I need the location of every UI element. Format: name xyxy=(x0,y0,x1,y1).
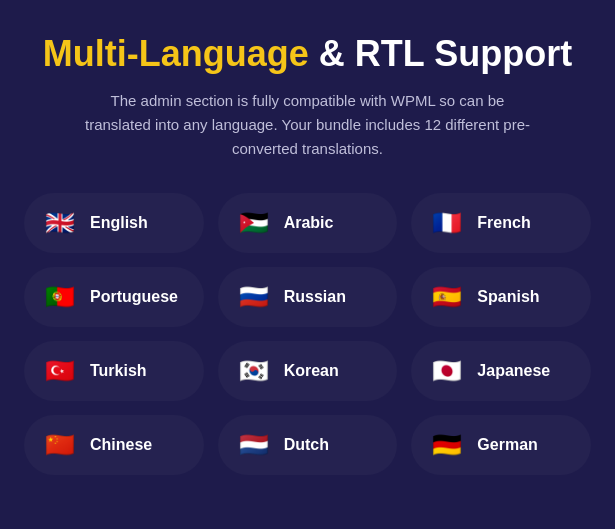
lang-item-pt[interactable]: 🇵🇹Portuguese xyxy=(24,267,204,327)
title-highlight: Multi-Language xyxy=(43,33,309,74)
lang-label-es: Spanish xyxy=(477,288,539,306)
flag-ru: 🇷🇺 xyxy=(236,279,272,315)
title-part2: & RTL Support xyxy=(319,33,572,74)
lang-label-ja: Japanese xyxy=(477,362,550,380)
lang-item-ru[interactable]: 🇷🇺Russian xyxy=(218,267,398,327)
lang-label-ru: Russian xyxy=(284,288,346,306)
lang-label-ko: Korean xyxy=(284,362,339,380)
flag-nl: 🇳🇱 xyxy=(236,427,272,463)
lang-item-ja[interactable]: 🇯🇵Japanese xyxy=(411,341,591,401)
lang-item-ar[interactable]: 🇯🇴Arabic xyxy=(218,193,398,253)
lang-item-nl[interactable]: 🇳🇱Dutch xyxy=(218,415,398,475)
page-title: Multi-Language & RTL Support xyxy=(43,32,572,75)
flag-zh: 🇨🇳 xyxy=(42,427,78,463)
lang-item-fr[interactable]: 🇫🇷French xyxy=(411,193,591,253)
flag-ar: 🇯🇴 xyxy=(236,205,272,241)
lang-label-tr: Turkish xyxy=(90,362,147,380)
flag-es: 🇪🇸 xyxy=(429,279,465,315)
language-grid: 🇬🇧English🇯🇴Arabic🇫🇷French🇵🇹Portuguese🇷🇺R… xyxy=(24,193,591,475)
lang-label-pt: Portuguese xyxy=(90,288,178,306)
lang-label-zh: Chinese xyxy=(90,436,152,454)
flag-pt: 🇵🇹 xyxy=(42,279,78,315)
page-subtitle: The admin section is fully compatible wi… xyxy=(78,89,538,161)
flag-de: 🇩🇪 xyxy=(429,427,465,463)
flag-ja: 🇯🇵 xyxy=(429,353,465,389)
flag-tr: 🇹🇷 xyxy=(42,353,78,389)
lang-label-ar: Arabic xyxy=(284,214,334,232)
lang-item-tr[interactable]: 🇹🇷Turkish xyxy=(24,341,204,401)
flag-en: 🇬🇧 xyxy=(42,205,78,241)
lang-label-de: German xyxy=(477,436,537,454)
lang-item-es[interactable]: 🇪🇸Spanish xyxy=(411,267,591,327)
lang-item-de[interactable]: 🇩🇪German xyxy=(411,415,591,475)
lang-item-zh[interactable]: 🇨🇳Chinese xyxy=(24,415,204,475)
flag-fr: 🇫🇷 xyxy=(429,205,465,241)
lang-label-en: English xyxy=(90,214,148,232)
lang-item-ko[interactable]: 🇰🇷Korean xyxy=(218,341,398,401)
lang-label-fr: French xyxy=(477,214,530,232)
lang-label-nl: Dutch xyxy=(284,436,329,454)
flag-ko: 🇰🇷 xyxy=(236,353,272,389)
lang-item-en[interactable]: 🇬🇧English xyxy=(24,193,204,253)
